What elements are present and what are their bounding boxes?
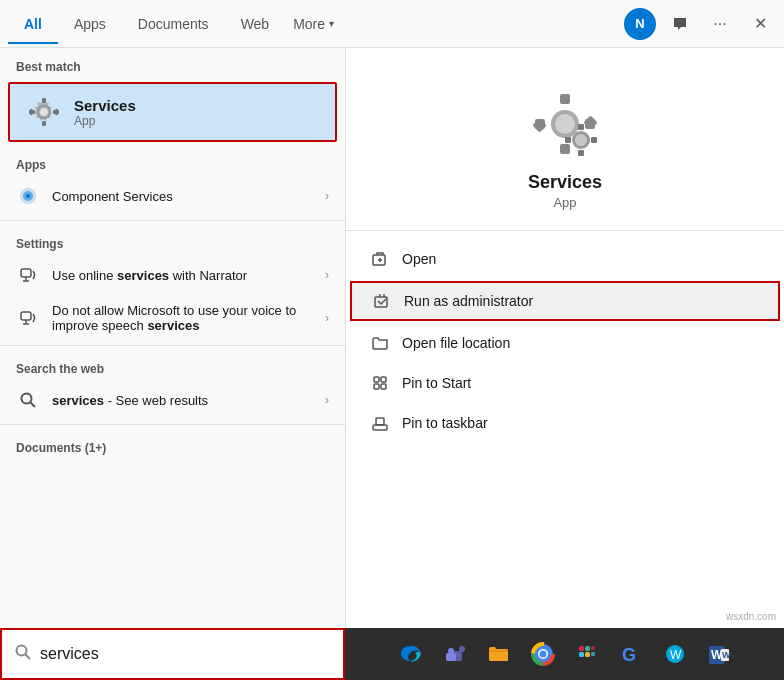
action-run-as-admin[interactable]: Run as administrator (350, 281, 780, 321)
chevron-right-icon-2: › (325, 268, 329, 282)
close-icon[interactable]: ✕ (744, 8, 776, 40)
svg-point-17 (22, 394, 32, 404)
settings-item-speech[interactable]: Do not allow Microsoft to use your voice… (0, 295, 345, 341)
svg-rect-56 (579, 652, 584, 657)
taskbar-teams-icon[interactable] (435, 634, 475, 674)
tab-bar: All Apps Documents Web More ▾ N ··· ✕ (0, 0, 784, 48)
svg-rect-40 (381, 384, 386, 389)
chevron-right-icon-3: › (325, 311, 329, 325)
svg-rect-58 (585, 652, 590, 657)
svg-rect-42 (376, 418, 384, 425)
services-app-icon (26, 94, 62, 130)
taskbar-google-icon[interactable]: G (611, 634, 651, 674)
more-options-icon[interactable]: ··· (704, 8, 736, 40)
svg-line-44 (26, 655, 31, 660)
tab-all[interactable]: All (8, 4, 58, 44)
svg-point-54 (539, 651, 546, 658)
svg-point-14 (26, 194, 30, 198)
pin-taskbar-label: Pin to taskbar (402, 415, 488, 431)
pin-start-label: Pin to Start (402, 375, 471, 391)
search-bar: services (0, 628, 345, 680)
component-services-icon (16, 184, 40, 208)
svg-rect-57 (585, 646, 590, 651)
svg-point-30 (575, 134, 587, 146)
action-open[interactable]: Open (346, 239, 784, 279)
taskbar-explorer-icon[interactable] (479, 634, 519, 674)
right-panel-header: Services App (346, 48, 784, 231)
taskbar-icon-7[interactable]: W (655, 634, 695, 674)
right-actions: Open Run as administrator (346, 231, 784, 451)
svg-rect-55 (579, 646, 584, 651)
divider-3 (0, 424, 345, 425)
svg-text:W: W (722, 650, 731, 660)
documents-label: Documents (1+) (0, 429, 345, 459)
best-match-label: Best match (0, 48, 345, 78)
best-match-subtitle: App (74, 114, 136, 128)
best-match-item[interactable]: Services App (8, 82, 337, 142)
apps-label: Apps (0, 146, 345, 176)
svg-rect-31 (578, 124, 584, 130)
best-match-text: Services App (74, 97, 136, 128)
svg-line-18 (31, 403, 36, 408)
search-icon (16, 388, 40, 412)
search-bar-icon (14, 643, 32, 665)
svg-rect-22 (560, 144, 570, 154)
divider-2 (0, 345, 345, 346)
taskbar-chrome-icon[interactable] (523, 634, 563, 674)
pin-start-icon (370, 373, 390, 393)
action-open-file-location[interactable]: Open file location (346, 323, 784, 363)
tab-web[interactable]: Web (225, 4, 286, 44)
tab-documents[interactable]: Documents (122, 4, 225, 44)
svg-rect-32 (578, 150, 584, 156)
action-pin-taskbar[interactable]: Pin to taskbar (346, 403, 784, 443)
pin-taskbar-icon (370, 413, 390, 433)
tab-bar-right: N ··· ✕ (624, 8, 776, 40)
svg-rect-15 (21, 269, 31, 277)
best-match-title: Services (74, 97, 136, 114)
watermark: wsxdn.com (722, 609, 780, 624)
settings-label: Settings (0, 225, 345, 255)
svg-point-20 (555, 114, 575, 134)
avatar[interactable]: N (624, 8, 656, 40)
narrator-icon (16, 263, 40, 287)
settings-speech-label: Do not allow Microsoft to use your voice… (52, 303, 325, 333)
chevron-right-icon: › (325, 189, 329, 203)
chevron-right-icon-4: › (325, 393, 329, 407)
settings-item-narrator[interactable]: Use online services with Narrator › (0, 255, 345, 295)
chevron-down-icon: ▾ (329, 18, 334, 29)
svg-rect-16 (21, 312, 31, 320)
svg-point-11 (40, 108, 48, 116)
svg-point-46 (459, 646, 465, 652)
svg-rect-59 (591, 646, 595, 650)
right-panel: Services App Open (345, 48, 784, 680)
folder-icon (370, 333, 390, 353)
taskbar-slack-icon[interactable] (567, 634, 607, 674)
action-pin-start[interactable]: Pin to Start (346, 363, 784, 403)
web-search-label: Search the web (0, 350, 345, 380)
right-panel-subtitle: App (553, 195, 576, 210)
taskbar-word-icon[interactable]: W W (699, 634, 739, 674)
svg-rect-36 (375, 297, 387, 307)
search-input[interactable]: services (40, 645, 331, 663)
divider-1 (0, 220, 345, 221)
left-panel: Best match (0, 48, 345, 680)
tab-more[interactable]: More ▾ (285, 10, 342, 38)
tab-apps[interactable]: Apps (58, 4, 122, 44)
open-label: Open (402, 251, 436, 267)
svg-rect-39 (374, 384, 379, 389)
services-large-icon (529, 88, 601, 160)
svg-rect-38 (381, 377, 386, 382)
taskbar-edge-icon[interactable] (391, 634, 431, 674)
run-admin-icon (372, 291, 392, 311)
content-area: Best match (0, 48, 784, 680)
taskbar: G W W W (345, 628, 784, 680)
feedback-icon[interactable] (664, 8, 696, 40)
settings-narrator-label: Use online services with Narrator (52, 268, 325, 283)
component-services-item[interactable]: Component Services › (0, 176, 345, 216)
web-search-label-text: services - See web results (52, 393, 325, 408)
svg-rect-34 (565, 137, 571, 143)
svg-rect-3 (42, 121, 46, 126)
svg-rect-47 (446, 653, 456, 661)
speech-icon (16, 306, 40, 330)
web-search-item[interactable]: services - See web results › (0, 380, 345, 420)
